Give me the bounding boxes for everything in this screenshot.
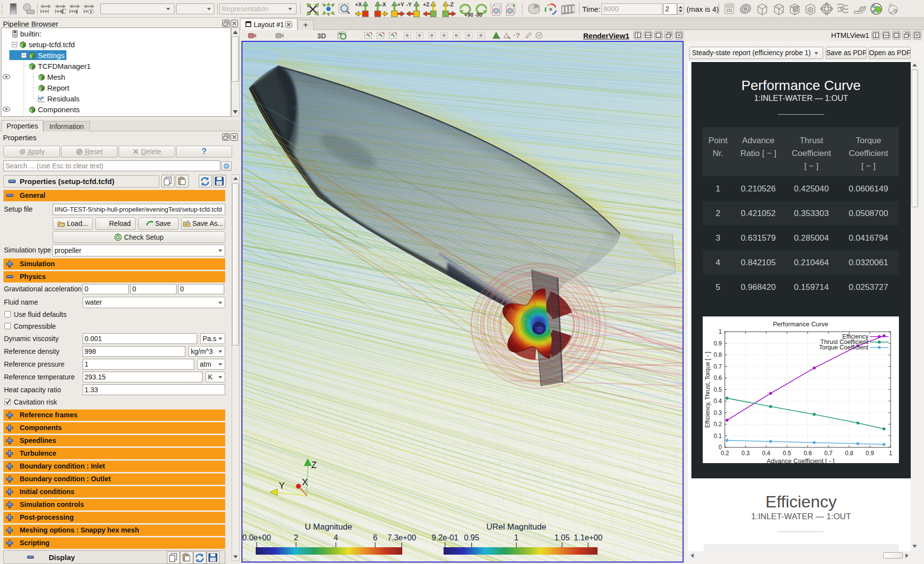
svg-text:+90: +90 — [464, 12, 473, 18]
svg-text:7.3e+00: 7.3e+00 — [387, 533, 416, 542]
svg-text:X: X — [302, 477, 308, 487]
svg-text:1.1e+00: 1.1e+00 — [574, 533, 602, 542]
svg-text:0.2: 0.2 — [714, 421, 722, 428]
svg-text:-X: -X — [381, 1, 387, 7]
svg-text:1.05: 1.05 — [554, 533, 569, 542]
svg-text:0.7: 0.7 — [824, 450, 833, 457]
svg-text:+Z: +Z — [423, 1, 429, 7]
svg-text:-Y: -Y — [406, 1, 412, 7]
svg-text:C: C — [61, 7, 66, 15]
svg-text:Advance Coefficient [ - ]: Advance Coefficient [ - ] — [767, 457, 835, 463]
svg-text:0.6: 0.6 — [714, 375, 722, 381]
svg-text:0.5: 0.5 — [714, 386, 722, 393]
svg-text:0.3: 0.3 — [742, 450, 750, 457]
svg-text:4: 4 — [334, 533, 338, 542]
svg-text:0.9: 0.9 — [866, 450, 874, 457]
svg-text:-Z: -Z — [448, 1, 454, 7]
svg-text:6: 6 — [373, 533, 378, 542]
svg-text:t: t — [76, 8, 78, 15]
svg-text:Torque Coefficient: Torque Coefficient — [819, 344, 868, 351]
svg-text:0.7: 0.7 — [714, 363, 722, 370]
svg-text:U Magnitude: U Magnitude — [305, 522, 352, 532]
svg-text:0.8: 0.8 — [714, 351, 722, 358]
svg-text:1: 1 — [889, 450, 893, 457]
svg-text:URel Magnitude: URel Magnitude — [486, 522, 546, 532]
svg-text:-90: -90 — [475, 12, 482, 18]
svg-text:1: 1 — [514, 533, 519, 542]
svg-text:Performance Curve: Performance Curve — [773, 320, 829, 328]
svg-text:+X: +X — [355, 1, 362, 7]
svg-text:0.3: 0.3 — [714, 409, 722, 416]
svg-text:2: 2 — [294, 533, 298, 542]
svg-text:9.2e-01: 9.2e-01 — [432, 533, 458, 542]
svg-text:0.5: 0.5 — [783, 450, 791, 457]
svg-text:0.95: 0.95 — [464, 533, 479, 542]
svg-text:0.4: 0.4 — [714, 398, 722, 405]
svg-text:0.4: 0.4 — [762, 450, 771, 457]
svg-text:1: 1 — [718, 328, 722, 335]
svg-text:+Y: +Y — [397, 1, 404, 7]
svg-text:0.0e+00: 0.0e+00 — [242, 533, 271, 542]
svg-text:Efficiency, Thrust, Torque [ -: Efficiency, Thrust, Torque [ - ] — [704, 352, 711, 428]
svg-text:Z: Z — [311, 460, 317, 470]
svg-text:0.6: 0.6 — [804, 450, 812, 457]
svg-text:0.8: 0.8 — [845, 450, 853, 457]
svg-text:0.9: 0.9 — [714, 340, 722, 347]
svg-text:0.1: 0.1 — [714, 433, 722, 439]
svg-text:0.2: 0.2 — [721, 450, 729, 457]
svg-text:Y: Y — [279, 481, 285, 491]
